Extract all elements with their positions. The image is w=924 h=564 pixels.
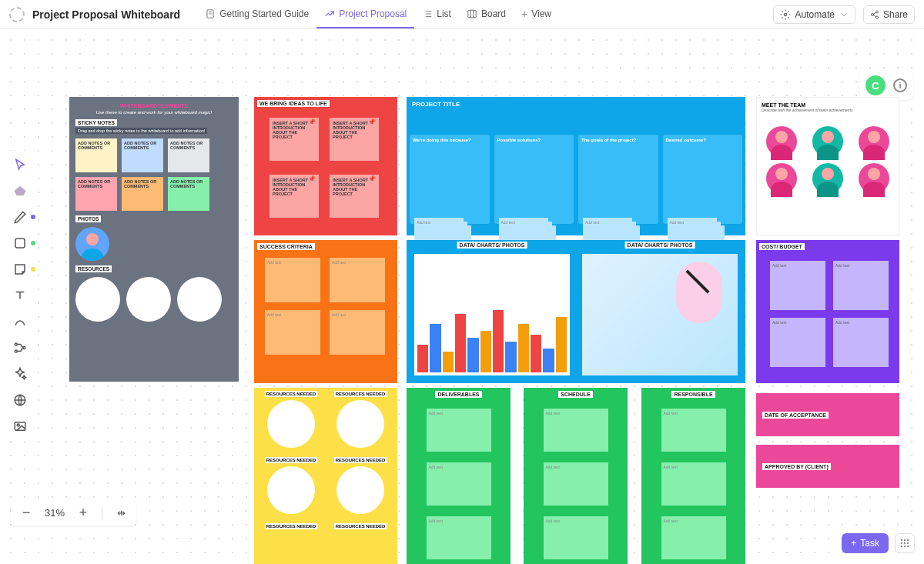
panel-label: PROJECT TITLE: [410, 100, 462, 108]
zoom-in-button[interactable]: +: [75, 505, 91, 521]
tab-add-view[interactable]: + View: [514, 0, 559, 28]
tool-pointer[interactable]: [12, 157, 28, 172]
svg-point-12: [17, 424, 19, 426]
tool-web[interactable]: [12, 392, 28, 408]
sticky-yellow[interactable]: ADD NOTES OR COMMENTS: [75, 138, 117, 172]
top-bar: Project Proposal Whiteboard Getting Star…: [0, 0, 924, 29]
success-note[interactable]: Add text: [330, 310, 385, 355]
panel-cost-budget[interactable]: COST/ BUDGET Add text Add text Add text …: [756, 240, 899, 383]
success-note[interactable]: Add text: [265, 310, 320, 355]
team-member-avatar[interactable]: [859, 126, 889, 157]
team-member-avatar[interactable]: [766, 163, 797, 194]
success-note[interactable]: Add text: [265, 258, 320, 302]
sticky-gray[interactable]: ADD NOTES OR COMMENTS: [168, 138, 209, 172]
fit-width-button[interactable]: ⇹: [113, 507, 129, 519]
sticky-orange[interactable]: ADD NOTES OR COMMENTS: [122, 177, 163, 211]
plus-icon: +: [851, 538, 856, 549]
team-member-avatar[interactable]: [859, 163, 889, 194]
panel-approved-by[interactable]: APPROVED BY (CLIENT): [756, 445, 899, 488]
tool-connector[interactable]: [12, 314, 28, 329]
pin-icon: 📌: [368, 119, 376, 126]
tab-board[interactable]: Board: [459, 0, 514, 28]
column-because[interactable]: We're doing this because? Add text: [410, 135, 490, 224]
panel-schedule[interactable]: SCHEDULE Add text Add text Add text: [524, 388, 628, 564]
resource-circle[interactable]: [75, 277, 120, 322]
responsible-note[interactable]: Add text: [661, 516, 726, 559]
column-outcome[interactable]: Desired outcome? Add text: [663, 135, 743, 224]
success-note[interactable]: Add text: [330, 258, 385, 302]
svg-point-4: [871, 13, 873, 15]
chart-image-placeholder[interactable]: [414, 254, 570, 375]
deliverable-note[interactable]: Add text: [427, 409, 491, 452]
tab-list[interactable]: List: [414, 0, 459, 28]
panel-meet-team[interactable]: MEET THE TEAM Describe with the achievem…: [756, 97, 899, 235]
deliverable-note[interactable]: Add text: [427, 516, 491, 559]
deliverable-note[interactable]: Add text: [427, 462, 491, 506]
tool-hand[interactable]: [12, 183, 28, 199]
user-avatar[interactable]: C: [865, 75, 886, 95]
automate-button[interactable]: Automate: [773, 5, 855, 24]
share-button[interactable]: Share: [863, 5, 915, 24]
resource-circle[interactable]: [267, 466, 315, 514]
idea-note[interactable]: INSERT A SHORT INTRODUCTION ABOUT THE PR…: [330, 118, 379, 161]
info-icon[interactable]: i: [893, 78, 907, 92]
tab-label: Project Proposal: [339, 8, 407, 19]
team-member-avatar[interactable]: [766, 126, 797, 157]
writing-image-placeholder[interactable]: [582, 254, 738, 375]
tool-ai[interactable]: [12, 366, 28, 382]
cost-note[interactable]: Add text: [770, 318, 825, 367]
tab-project-proposal[interactable]: Project Proposal: [316, 0, 414, 28]
team-member-avatar[interactable]: [812, 163, 843, 194]
svg-point-7: [15, 343, 17, 345]
zoom-out-button[interactable]: −: [18, 505, 34, 521]
svg-point-8: [15, 350, 17, 352]
schedule-note[interactable]: Add text: [544, 409, 608, 452]
resource-circle[interactable]: [177, 277, 222, 322]
responsible-note[interactable]: Add text: [661, 409, 726, 452]
column-question: Possible solutions?: [497, 138, 571, 142]
sticky-green[interactable]: ADD NOTES OR COMMENTS: [168, 177, 209, 211]
zoom-level: 31%: [45, 507, 65, 519]
tool-pen[interactable]: [12, 209, 28, 225]
tool-shape[interactable]: [12, 235, 28, 251]
svg-point-3: [875, 11, 878, 13]
avatar-placeholder[interactable]: [75, 227, 109, 261]
sticky-blue[interactable]: ADD NOTES OR COMMENTS: [122, 138, 163, 172]
panel-deliverables[interactable]: DELIVERABLES Add text Add text Add text: [407, 388, 511, 564]
cost-note[interactable]: Add text: [833, 318, 889, 367]
new-task-button[interactable]: + Task: [842, 533, 889, 553]
column-question: We're doing this because?: [413, 138, 487, 142]
tool-sticky-note[interactable]: [12, 262, 28, 277]
panel-responsible[interactable]: RESPONSIBLE Add text Add text Add text: [641, 388, 745, 564]
tool-relationship[interactable]: [12, 340, 28, 355]
panel-resources-needed[interactable]: RESOURCES NEEDED RESOURCES NEEDED RESOUR…: [254, 388, 397, 564]
resource-circle[interactable]: [336, 466, 384, 514]
cost-note[interactable]: Add text: [770, 261, 825, 310]
responsible-note[interactable]: Add text: [661, 462, 726, 506]
idea-note[interactable]: INSERT A SHORT INTRODUCTION ABOUT THE PR…: [270, 175, 319, 218]
tab-getting-started[interactable]: Getting Started Guide: [197, 0, 316, 28]
resource-circle[interactable]: [126, 277, 171, 322]
idea-note[interactable]: INSERT A SHORT INTRODUCTION ABOUT THE PR…: [270, 118, 319, 161]
team-member-avatar[interactable]: [812, 126, 843, 157]
schedule-note[interactable]: Add text: [544, 462, 608, 506]
panel-ideas[interactable]: WE BRING IDEAS TO LIFE INSERT A SHORT IN…: [254, 97, 397, 235]
column-goals[interactable]: The goals of the project? Add text: [578, 135, 658, 224]
tool-image[interactable]: [12, 419, 28, 434]
tool-text[interactable]: [12, 288, 28, 303]
panel-acceptance-date[interactable]: DATE OF ACCEPTANCE: [756, 393, 899, 436]
panel-whiteboard-elements[interactable]: WHITEBOARD ELEMENTS Use these to create …: [69, 97, 239, 382]
idea-note[interactable]: INSERT A SHORT INTRODUCTION ABOUT THE PR…: [330, 175, 379, 218]
panel-data-charts[interactable]: DATA/ CHARTS/ PHOTOS DATA/ CHARTS/ PHOTO…: [407, 240, 745, 383]
resource-circle[interactable]: [267, 400, 315, 448]
apps-button[interactable]: [895, 533, 915, 553]
svg-point-17: [904, 542, 906, 544]
sticky-pink[interactable]: ADD NOTES OR COMMENTS: [75, 177, 117, 211]
schedule-note[interactable]: Add text: [544, 516, 608, 559]
panel-project-title[interactable]: PROJECT TITLE We're doing this because? …: [407, 97, 745, 235]
column-solutions[interactable]: Possible solutions? Add text: [494, 135, 574, 224]
whiteboard-canvas[interactable]: C i WHITEBOARD ELEMENTS Use these to cre…: [0, 29, 924, 564]
cost-note[interactable]: Add text: [833, 261, 889, 310]
panel-success-criteria[interactable]: SUCCESS CRITERIA Add text Add text Add t…: [254, 240, 397, 383]
resource-circle[interactable]: [336, 400, 384, 448]
